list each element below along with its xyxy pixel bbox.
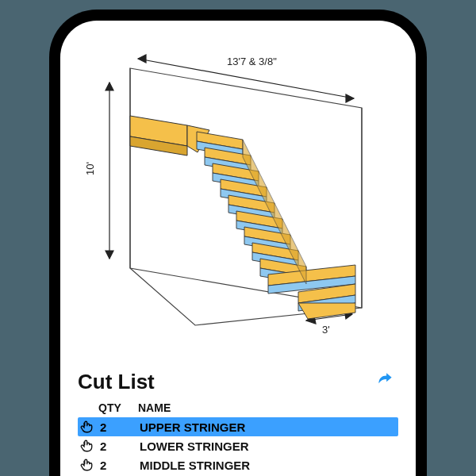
row-qty: 2 <box>100 459 140 472</box>
row-qty: 2 <box>100 440 140 453</box>
share-icon <box>374 370 395 390</box>
svg-marker-1 <box>138 55 146 63</box>
svg-marker-4 <box>106 83 113 90</box>
tap-icon <box>79 458 94 472</box>
table-row[interactable]: 2LOWER STRINGER <box>78 436 398 455</box>
phone-frame: 13'7 & 3/8" 10' 3' <box>49 10 427 476</box>
tap-icon <box>79 439 94 453</box>
row-name: MIDDLE STRINGER <box>140 459 397 472</box>
phone-screen: 13'7 & 3/8" 10' 3' <box>60 21 416 476</box>
stair-diagram[interactable]: 13'7 & 3/8" 10' 3' <box>60 21 416 362</box>
cut-list-table-header: QTY NAME <box>78 397 398 417</box>
row-tap-icon <box>79 439 100 453</box>
row-tap-icon <box>79 458 100 472</box>
col-header-name: NAME <box>138 401 398 414</box>
dim-width: 13'7 & 3/8" <box>227 56 277 67</box>
dim-height: 10' <box>84 162 96 175</box>
svg-marker-2 <box>346 94 354 102</box>
tap-icon <box>79 420 94 434</box>
row-name: UPPER STRINGER <box>140 420 397 434</box>
row-tap-icon <box>79 420 100 434</box>
stair-3d-svg: 13'7 & 3/8" 10' 3' <box>60 21 416 362</box>
cut-list-title: Cut List <box>78 370 155 394</box>
cut-list-rows: 2UPPER STRINGER2LOWER STRINGER2MIDDLE ST… <box>78 417 398 476</box>
row-qty: 2 <box>100 420 140 434</box>
dim-depth: 3' <box>322 324 330 336</box>
cut-list-section: Cut List QTY NAME 2UPPER STRINGER2LOWER … <box>60 367 416 476</box>
table-row[interactable]: 2UPPER STRINGER <box>78 417 398 436</box>
table-row[interactable]: 2MIDDLE STRINGER <box>78 455 398 474</box>
col-header-qty: QTY <box>98 401 138 414</box>
svg-marker-5 <box>106 251 113 259</box>
row-name: LOWER STRINGER <box>140 440 397 453</box>
share-button[interactable] <box>371 367 398 397</box>
